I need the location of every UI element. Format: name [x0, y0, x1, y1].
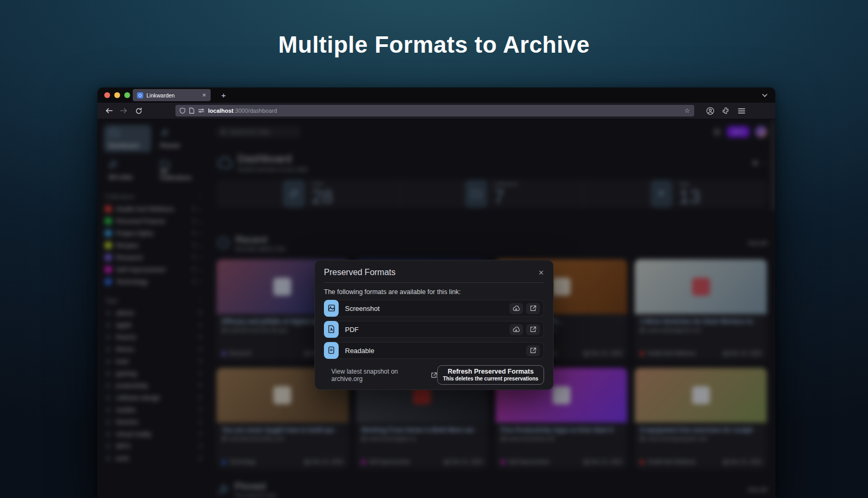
format-row-readable[interactable]: Readable — [324, 342, 544, 359]
refresh-button-line1: Refresh Preserved Formats — [448, 368, 534, 375]
open-external-button[interactable] — [526, 324, 540, 335]
close-icon[interactable]: ✕ — [538, 269, 544, 277]
open-external-button[interactable] — [526, 345, 540, 356]
reload-button[interactable] — [132, 104, 145, 117]
bookmark-star-icon[interactable]: ☆ — [684, 107, 690, 114]
tab-close-icon[interactable]: ✕ — [202, 92, 206, 98]
browser-tab-bar: Linkwarden ✕ + — [97, 87, 775, 103]
page-background: Multiple Formats to Archive Linkwarden ✕… — [0, 0, 868, 498]
page-info-icon[interactable] — [189, 108, 194, 114]
screenshot-image-icon — [324, 300, 339, 317]
close-window-button[interactable] — [104, 92, 110, 98]
site-settings-icon[interactable] — [198, 108, 204, 113]
format-label: PDF — [345, 326, 509, 334]
url-host: localhost — [208, 108, 233, 114]
browser-toolbar-right — [704, 104, 748, 117]
refresh-preserved-formats-button[interactable]: Refresh Preserved Formats This deletes t… — [437, 365, 544, 385]
format-label: Readable — [345, 347, 526, 355]
new-tab-button[interactable]: + — [218, 89, 230, 101]
format-row-pdf[interactable]: PDF — [324, 321, 544, 338]
refresh-button-line2: This deletes the current preservations — [443, 376, 538, 382]
account-icon[interactable] — [704, 104, 716, 117]
archive-link-text: View latest snapshot on archive.org — [331, 368, 428, 383]
external-link-icon — [431, 372, 437, 378]
divider — [324, 282, 544, 283]
page-viewport: Dashboard Pinned All Links — [97, 119, 775, 498]
minimize-window-button[interactable] — [114, 92, 120, 98]
back-button[interactable] — [103, 104, 115, 117]
extensions-puzzle-icon[interactable] — [719, 104, 732, 117]
url-bar[interactable]: localhost:3000/dashboard ☆ — [175, 105, 694, 116]
shield-icon[interactable] — [180, 108, 185, 114]
url-path: :3000/dashboard — [233, 108, 277, 114]
modal-description: The following formats are available for … — [324, 288, 544, 296]
window-controls — [97, 92, 136, 98]
linkwarden-favicon-icon — [137, 92, 143, 99]
download-button[interactable] — [509, 324, 523, 335]
tab-list-chevron-icon[interactable] — [762, 93, 768, 97]
pdf-file-icon — [324, 321, 339, 338]
browser-nav-bar: localhost:3000/dashboard ☆ — [97, 103, 775, 119]
format-row-screenshot[interactable]: Screenshot — [324, 300, 544, 317]
open-external-button[interactable] — [526, 303, 540, 314]
modal-title: Preserved Formats — [324, 268, 396, 277]
archive-org-link[interactable]: View latest snapshot on archive.org — [331, 368, 437, 383]
browser-window: Linkwarden ✕ + — [97, 87, 775, 498]
forward-button[interactable] — [117, 104, 130, 117]
menu-hamburger-icon[interactable] — [735, 104, 748, 117]
url-text: localhost:3000/dashboard — [208, 108, 680, 114]
maximize-window-button[interactable] — [124, 92, 130, 98]
page-title: Multiple Formats to Archive — [0, 32, 868, 58]
browser-tab[interactable]: Linkwarden ✕ — [133, 89, 211, 101]
download-button[interactable] — [509, 303, 523, 314]
preserved-formats-modal: Preserved Formats ✕ The following format… — [314, 260, 554, 390]
format-label: Screenshot — [345, 305, 509, 313]
tab-title: Linkwarden — [146, 92, 199, 99]
readable-doc-icon — [324, 342, 339, 359]
